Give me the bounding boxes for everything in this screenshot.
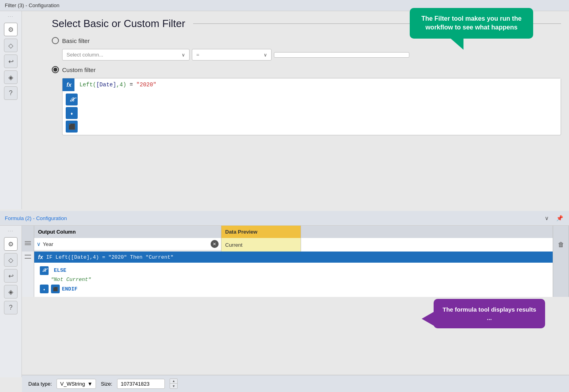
formula-not-current-text: "Not Current" — [51, 277, 91, 283]
filter-sidebar-refresh-icon[interactable]: ↩ — [4, 55, 18, 68]
formula-field: [Date] — [96, 82, 116, 88]
filter-sidebar-code-icon[interactable]: ◇ — [4, 39, 18, 52]
fx-icon: fx — [66, 82, 71, 88]
formula-sidebar-refresh-icon[interactable]: ↩ — [4, 269, 18, 283]
preview-cell: Current — [221, 238, 301, 252]
formula-value: "2020" — [136, 82, 156, 88]
output-column-input[interactable] — [43, 241, 208, 247]
formula-tool2-save-btn[interactable]: ⬛ — [51, 285, 60, 293]
size-down-btn[interactable]: ▼ — [170, 384, 177, 388]
drag-line-1 — [25, 241, 31, 242]
formula-tool-arrow-btn[interactable]: ⬧ — [66, 107, 78, 119]
custom-filter-label: Custom filter — [62, 66, 96, 73]
output-column-cell: ∨ ✕ — [34, 238, 221, 252]
formula2-first-line: IF Left([Date],4) = "2020" Then "Current… — [46, 254, 174, 260]
datatype-value: V_WString — [60, 381, 85, 387]
formula-code-row: fx IF Left([Date],4) = "2020" Then "Curr… — [22, 252, 569, 297]
formula-sidebar-settings-icon[interactable]: ⚙ — [4, 237, 18, 251]
filter-sidebar-help-icon[interactable]: ? — [4, 86, 18, 100]
datatype-dropdown[interactable]: V_WString ▼ — [57, 379, 96, 389]
formula-sidebar: ··· ⚙ ◇ ↩ ◈ ? — [0, 226, 22, 377]
filter-sidebar-dots: ··· — [8, 14, 14, 19]
drag-handle-cell — [22, 238, 34, 252]
extra-col-header — [301, 226, 553, 238]
datatype-bar: Data type: V_WString ▼ Size: ▲ ▼ — [22, 375, 569, 392]
custom-formula-text[interactable]: Left([Date],4) = "2020" — [74, 78, 561, 91]
formula-endif-text: ENDIF — [62, 285, 78, 294]
filter-content: Select Basic or Custom Filter Basic filt… — [22, 11, 569, 209]
formula-toolbar: 𝒳 ⬧ ⬛ — [63, 91, 561, 135]
drag-handle[interactable] — [22, 238, 34, 248]
operator-dropdown[interactable]: = ∨ — [192, 49, 272, 60]
filter-sidebar-settings-icon[interactable]: ⚙ — [4, 23, 18, 36]
formula-sidebar-code-icon[interactable]: ◇ — [4, 253, 18, 267]
custom-filter-option[interactable]: Custom filter — [52, 66, 561, 73]
size-up-btn[interactable]: ▲ — [170, 379, 177, 384]
formula2-header: fx IF Left([Date],4) = "2020" Then "Curr… — [34, 252, 553, 263]
formula-header-bar: fx Left([Date],4) = "2020" — [63, 78, 561, 91]
formula-line-xi-icon: 𝒳 — [40, 266, 49, 275]
drag-col-header — [22, 226, 34, 238]
formula-operator: = — [130, 82, 137, 88]
preview-value: Current — [221, 238, 301, 252]
filter-value-input[interactable] — [274, 52, 409, 58]
column-chevron-icon: ∨ — [182, 52, 185, 58]
formula-tool-x-btn[interactable]: 𝒳 — [66, 94, 78, 105]
formula-args: ,4) — [116, 82, 126, 88]
formula-tool2-arrow-btn[interactable]: ⬧ — [40, 285, 49, 293]
trash-cell: 🗑 — [553, 238, 569, 252]
formula-function: Left( — [79, 82, 96, 88]
operator-value: = — [196, 52, 199, 58]
formula-callout: The formula tool displays results ... — [434, 299, 545, 328]
formula-sidebar-help-icon[interactable]: ? — [4, 301, 18, 314]
drag-line-2 — [25, 243, 31, 244]
column-placeholder: Select column... — [66, 52, 104, 58]
formula-title-bar: Formula (2) - Configuration ∨ 📌 — [0, 211, 569, 226]
filter-panel-title: Filter (3) - Configuration — [5, 2, 59, 8]
datatype-chevron-icon: ▼ — [87, 381, 92, 387]
formula-tool-save-btn[interactable]: ⬛ — [66, 121, 78, 133]
formula-code-drag-cell — [22, 252, 34, 297]
filter-panel: Filter (3) - Configuration ··· ⚙ ◇ ↩ ◈ ?… — [0, 0, 569, 211]
formula-code-trash-cell — [553, 252, 569, 297]
filter-callout: The Filter tool makes you run the workfl… — [410, 8, 533, 39]
year-chevron-icon[interactable]: ∨ — [37, 241, 41, 247]
filter-sidebar: ··· ⚙ ◇ ↩ ◈ ? — [0, 11, 22, 209]
formula-code-cell: fx IF Left([Date],4) = "2020" Then "Curr… — [34, 252, 553, 297]
formula-title-actions: ∨ 📌 — [542, 213, 564, 223]
formula-else-text: ELSE — [54, 267, 66, 273]
data-preview-header: Data Preview — [221, 226, 301, 238]
output-column-close-btn[interactable]: ✕ — [211, 240, 219, 248]
formula-not-current-line: "Not Current" — [51, 275, 547, 284]
custom-filter-editor: fx Left([Date],4) = "2020" 𝒳 ⬧ ⬛ — [62, 78, 561, 135]
filter-sidebar-tag-icon[interactable]: ◈ — [4, 70, 18, 84]
year-input-row: ∨ ✕ — [34, 238, 221, 250]
trash-col-header — [553, 226, 569, 238]
year-row: ∨ ✕ Current 🗑 — [22, 238, 569, 252]
delete-row-btn[interactable]: 🗑 — [558, 241, 564, 248]
size-spinner: ▲ ▼ — [170, 378, 178, 389]
datatype-label: Data type: — [28, 381, 52, 387]
formula-sidebar-tag-icon[interactable]: ◈ — [4, 285, 18, 298]
output-table: Output Column Data Preview — [22, 226, 569, 297]
custom-filter-area: fx Left([Date],4) = "2020" 𝒳 ⬧ ⬛ — [62, 78, 561, 135]
formula-panel-title: Formula (2) - Configuration — [5, 215, 67, 221]
formula-panel: Formula (2) - Configuration ∨ 📌 ··· ⚙ ◇ … — [0, 211, 569, 392]
main-container: Filter (3) - Configuration ··· ⚙ ◇ ↩ ◈ ?… — [0, 0, 569, 392]
column-select-dropdown[interactable]: Select column... ∨ — [62, 49, 190, 60]
basic-filter-label: Basic filter — [62, 37, 90, 44]
formula-collapse-btn[interactable]: ∨ — [542, 213, 551, 223]
basic-filter-row: Select column... ∨ = ∨ — [62, 49, 561, 60]
operator-chevron-icon: ∨ — [264, 52, 267, 58]
formula2-code-area: 𝒳 ELSE "Not Current" ⬧ ⬛ — [34, 263, 553, 297]
extra-col-cell — [301, 238, 553, 252]
output-column-header: Output Column — [34, 226, 221, 238]
size-label: Size: — [101, 381, 112, 387]
formula2-fx-icon: fx — [38, 254, 43, 260]
formula-sidebar-dots: ··· — [8, 229, 14, 233]
size-input[interactable] — [117, 379, 165, 389]
formula-pin-btn[interactable]: 📌 — [555, 213, 564, 223]
basic-filter-radio[interactable] — [52, 37, 59, 44]
custom-filter-radio[interactable] — [52, 66, 59, 73]
formula-endif-line: ⬧ ⬛ ENDIF — [40, 285, 547, 294]
